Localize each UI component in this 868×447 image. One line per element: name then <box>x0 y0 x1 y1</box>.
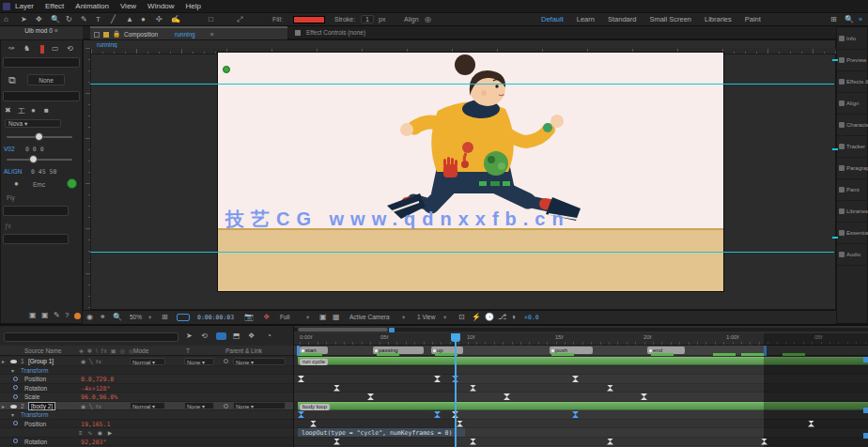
panel-tab-align[interactable]: Align <box>837 96 868 115</box>
label-color-swatch[interactable] <box>103 32 109 38</box>
rotate-tool-icon[interactable]: ↻ <box>66 15 72 23</box>
panel-tab-essential-graphics[interactable]: Essential Graphics <box>837 225 868 244</box>
viewer-timecode[interactable]: 0:00:00:03 <box>197 314 234 321</box>
timeline-nav-icon[interactable]: 🕓 <box>485 313 494 321</box>
eye-icon[interactable] <box>10 360 17 363</box>
property-name[interactable]: Rotation <box>24 385 47 392</box>
rig-field-2[interactable] <box>3 91 80 101</box>
snap-toggle-icon[interactable]: ◎ <box>425 15 431 23</box>
trkmat-dropdown[interactable]: None ▾ <box>184 358 214 365</box>
property-value[interactable]: 0.0,729.0 <box>81 376 114 383</box>
property-value[interactable]: 92,203° <box>81 439 106 446</box>
pixel-aspect-icon[interactable]: ⊡ <box>458 313 465 321</box>
layer-duration-bar[interactable]: run cycle <box>298 357 868 365</box>
trkmat-dropdown[interactable]: None ▾ <box>184 402 214 409</box>
pickwhip-icon[interactable] <box>224 404 228 408</box>
slider-2[interactable] <box>7 159 72 161</box>
composition-tab[interactable]: 🔒 Composition running ≡ <box>90 26 287 39</box>
panel-tab-paint[interactable]: Paint <box>837 182 868 201</box>
panel-tab-character[interactable]: Character <box>837 117 868 136</box>
apply-dot-icon[interactable]: ● <box>14 179 19 188</box>
expression-text[interactable]: loopOut(type = "cycle", numKeyframes = 0… <box>302 429 452 437</box>
panel-tab-info[interactable]: Info <box>837 31 868 50</box>
exposure-icon[interactable]: ◑ <box>511 313 516 321</box>
grid-options-icon[interactable]: ⊞ <box>162 313 168 321</box>
toolbar-overflow[interactable]: » <box>859 16 862 23</box>
target-field-1[interactable] <box>3 206 69 216</box>
property-name[interactable]: Position <box>24 376 46 382</box>
property-value[interactable]: 19,165.1 <box>81 421 110 428</box>
view-caret[interactable]: ▾ <box>443 314 446 321</box>
panel-tab-libraries[interactable]: Libraries <box>837 204 868 223</box>
search-icon[interactable]: 🔍 <box>845 15 854 23</box>
pen-tool-icon[interactable]: ✎ <box>81 15 87 23</box>
region-icon[interactable]: ▣ <box>319 313 327 321</box>
viewer-breadcrumb[interactable]: running <box>97 41 117 48</box>
menu-item-effect[interactable]: Effect <box>45 2 64 10</box>
playhead-grabber[interactable] <box>451 333 460 342</box>
property-value[interactable]: -4x+128° <box>81 385 110 393</box>
panel-tab-paragraph[interactable]: Paragraph <box>837 161 868 179</box>
property-name[interactable]: Scale <box>24 393 39 400</box>
bottom-help-icon[interactable]: ? <box>65 311 69 319</box>
bottom-pen-icon[interactable]: ✎ <box>54 311 60 319</box>
edge-scroll-hint[interactable] <box>863 408 868 413</box>
bone-tool-icon[interactable]: ♞ <box>23 44 30 53</box>
exposure-value[interactable]: +0.0 <box>524 314 539 321</box>
zoom-tool-icon[interactable]: 🔍 <box>51 15 60 23</box>
workspace-grid-icon[interactable]: ⊞ <box>830 15 837 23</box>
workspace-learn[interactable]: Learn <box>577 15 595 23</box>
flag-tool-icon[interactable]: ✑ <box>8 44 15 53</box>
timeline-h-scroll-thumb[interactable] <box>298 328 388 331</box>
property-group-label[interactable]: Transform <box>21 367 48 374</box>
fill-swatch[interactable] <box>293 16 325 23</box>
property-group-label[interactable]: Transform <box>21 411 48 418</box>
resolution-value[interactable]: Full <box>280 314 289 320</box>
zoom-caret[interactable]: ▾ <box>148 314 151 321</box>
work-area-end-bracket[interactable] <box>764 346 767 356</box>
channels-icon[interactable]: ❖ <box>263 313 270 321</box>
bottom-grid-icon[interactable]: ▣ <box>29 311 37 319</box>
enable-toggle[interactable] <box>67 178 77 189</box>
workspace-default[interactable]: Default <box>541 15 564 23</box>
workspace-libraries[interactable]: Libraries <box>705 15 732 23</box>
selection-tool-icon[interactable]: ➤ <box>21 15 27 23</box>
hand-tool-icon[interactable]: ✥ <box>36 15 42 23</box>
stopwatch-icon[interactable] <box>13 385 18 390</box>
stopwatch-icon[interactable] <box>13 377 18 381</box>
slider-1-knob[interactable] <box>35 132 43 141</box>
mode-dropdown[interactable]: Normal ▾ <box>130 402 165 409</box>
roto-brush-tool-icon[interactable]: ✍ <box>171 15 180 23</box>
twirl-icon[interactable]: ▾ <box>11 411 14 418</box>
left-panel-tab[interactable]: Uib mod 0 ≡ <box>0 26 83 39</box>
guide-line-bottom[interactable] <box>90 252 834 253</box>
row1-values[interactable]: 0 0 0 <box>25 146 44 153</box>
twirl-icon[interactable]: ▾ <box>11 367 14 374</box>
zoom-level[interactable]: 50% <box>130 314 142 320</box>
brush-tool-icon[interactable]: ● <box>141 15 146 23</box>
time-ruler[interactable]: 0:00f05f10f15f20f1:00f05f <box>294 333 868 346</box>
copy-icon[interactable]: ⧉ <box>8 74 16 86</box>
edge-scroll-hint[interactable] <box>863 357 868 362</box>
stopwatch-icon[interactable] <box>13 394 18 399</box>
flowchart-icon[interactable]: ⎇ <box>498 313 506 321</box>
target-field-2[interactable] <box>3 234 69 244</box>
home-icon[interactable]: ⌂ <box>4 15 8 23</box>
panel-menu-icon[interactable]: ≡ <box>54 27 58 34</box>
workspace-paint[interactable]: Paint <box>745 15 761 23</box>
fast-preview-icon[interactable]: ⚡ <box>472 313 481 321</box>
preset-dropdown[interactable]: Nova ▾ <box>5 119 61 128</box>
panel-tab-tracker[interactable]: Tracker <box>837 139 868 158</box>
shape-tool-icon[interactable]: ▲ <box>126 15 133 23</box>
composition-tab-menu-icon[interactable]: ≡ <box>210 31 214 38</box>
stopwatch-icon[interactable] <box>13 421 18 425</box>
property-name[interactable]: Rotation <box>24 439 47 445</box>
property-value[interactable]: 96.0,96.0% <box>81 393 117 401</box>
stopwatch-icon[interactable] <box>13 439 18 443</box>
panel-tab-audio[interactable]: Audio <box>837 247 868 266</box>
anchor-square-icon[interactable]: ■ <box>44 106 49 115</box>
left-ruler[interactable] <box>84 48 91 311</box>
menu-item-layer[interactable]: Layer <box>15 2 34 10</box>
rig-name-field[interactable] <box>3 57 80 68</box>
menu-item-window[interactable]: Window <box>147 2 174 10</box>
